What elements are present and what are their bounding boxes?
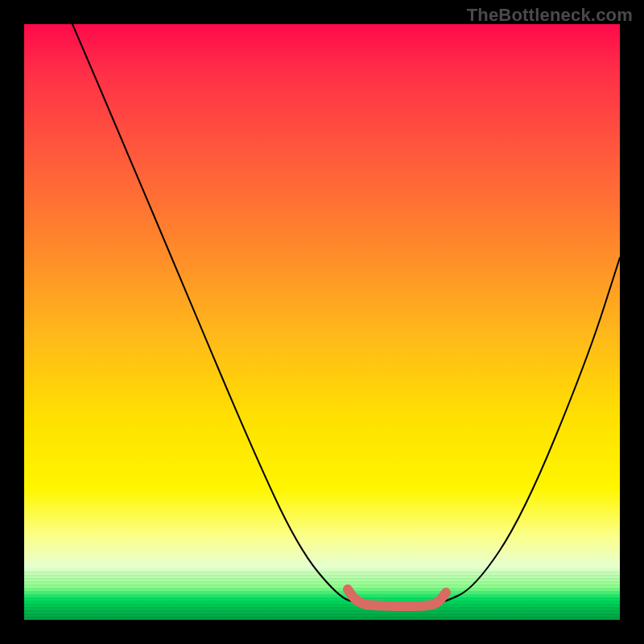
curve-layer	[24, 24, 620, 620]
chart-frame: TheBottleneck.com	[0, 0, 644, 644]
watermark-text: TheBottleneck.com	[467, 5, 633, 26]
valley-highlight	[348, 589, 446, 606]
bottleneck-curve	[72, 24, 620, 605]
plot-area	[24, 24, 620, 620]
